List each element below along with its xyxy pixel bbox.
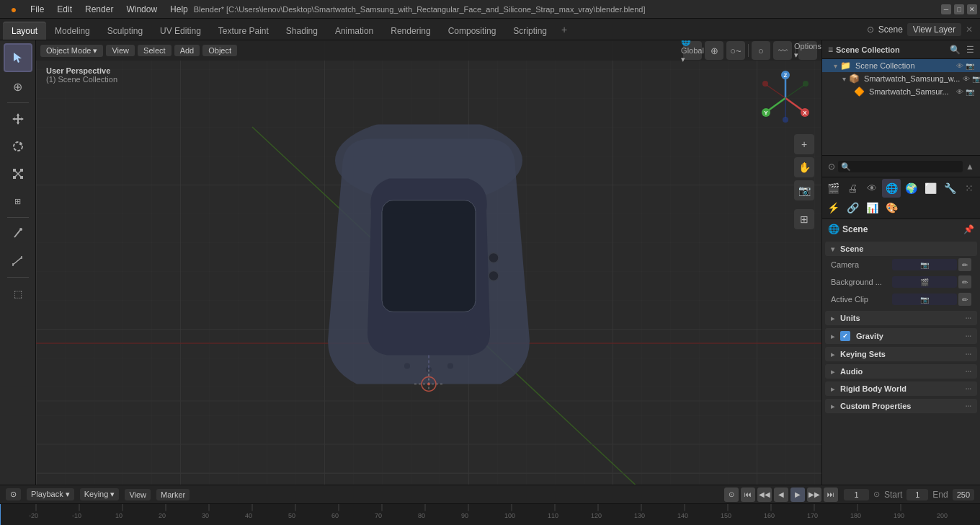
prop-tab-scene[interactable]: 🌐 xyxy=(882,179,901,198)
select-tool[interactable] xyxy=(4,43,32,72)
tab-sculpting[interactable]: Sculpting xyxy=(99,22,151,40)
camera-field[interactable]: 📷 xyxy=(892,259,957,270)
mesh-visibility-icon[interactable]: 👁 xyxy=(956,88,963,96)
viewport-overlay[interactable]: 〰 xyxy=(773,41,792,60)
object-mode-selector[interactable]: Object Mode ▾ xyxy=(40,45,103,57)
background-field[interactable]: 🎬 xyxy=(892,276,957,288)
camera-edit-btn[interactable]: ✏ xyxy=(958,258,971,271)
menu-render[interactable]: Render xyxy=(79,3,119,16)
zoom-in-button[interactable]: + xyxy=(794,134,814,154)
prop-tab-modifier[interactable]: 🔧 xyxy=(940,179,959,198)
tab-rendering[interactable]: Rendering xyxy=(382,22,439,40)
next-keyframe-button[interactable]: ⏭ xyxy=(824,488,838,502)
proportional-edit[interactable]: ○~ xyxy=(726,41,745,60)
viewport-3d[interactable]: Object Mode ▾ View Select Add Object 🌐 G… xyxy=(36,40,821,485)
close-button[interactable]: ✕ xyxy=(967,4,977,14)
active-clip-field[interactable]: 📷 xyxy=(892,294,957,305)
view-layer-label[interactable]: View Layer xyxy=(907,23,961,36)
prev-keyframe-button[interactable]: ⏮ xyxy=(741,488,755,502)
menu-edit[interactable]: Edit xyxy=(51,3,78,16)
rigid-body-world-header[interactable]: ▸ Rigid Body World ··· xyxy=(825,381,977,396)
audio-section-header[interactable]: ▸ Audio ··· xyxy=(825,364,977,379)
tab-modeling[interactable]: Modeling xyxy=(46,22,99,40)
outliner-item-smartwatch-mesh[interactable]: 🔶 Smartwatch_Samsur... 👁 📷 xyxy=(822,85,980,98)
viewport-shading-solid[interactable]: ○ xyxy=(752,41,770,60)
prop-tab-material[interactable]: 🎨 xyxy=(882,198,901,217)
transform-tool[interactable]: ⊞ xyxy=(5,188,31,214)
playback-menu[interactable]: Playback ▾ xyxy=(27,488,74,500)
tab-texture-paint[interactable]: Texture Paint xyxy=(210,22,277,40)
menu-window[interactable]: Window xyxy=(120,3,163,16)
rigid-body-options[interactable]: ··· xyxy=(966,385,971,393)
prop-tab-physics[interactable]: ⚡ xyxy=(824,198,842,217)
tab-animation[interactable]: Animation xyxy=(326,22,382,40)
play-back-button[interactable]: ◀ xyxy=(774,488,788,502)
prop-tab-world[interactable]: 🌍 xyxy=(901,179,920,198)
tab-scripting[interactable]: Scripting xyxy=(504,22,556,40)
maximize-button[interactable]: □ xyxy=(954,4,964,14)
clip-edit-btn[interactable]: ✏ xyxy=(958,293,971,306)
viewport-shading-global[interactable]: 🌐 Global ▾ xyxy=(683,41,702,60)
snap-button[interactable]: ⊕ xyxy=(705,41,723,60)
keying-sets-header[interactable]: ▸ Keying Sets ··· xyxy=(825,347,977,361)
keying-menu[interactable]: Keying ▾ xyxy=(80,488,120,500)
properties-search-input[interactable] xyxy=(838,161,963,172)
outliner-collection-root[interactable]: ▾ 📁 Scene Collection 👁 📷 xyxy=(822,59,980,72)
pin-icon-button[interactable]: 📌 xyxy=(963,224,974,234)
options-button[interactable]: Options ▾ xyxy=(798,41,817,60)
rotate-tool[interactable] xyxy=(5,133,31,159)
item-render-icon[interactable]: 📷 xyxy=(972,75,980,83)
camera-view-button[interactable]: 📷 xyxy=(794,180,814,200)
tab-uv-editing[interactable]: UV Editing xyxy=(151,22,210,40)
tab-shading[interactable]: Shading xyxy=(277,22,326,40)
step-back-button[interactable]: ◀◀ xyxy=(757,488,772,502)
step-forward-button[interactable]: ▶▶ xyxy=(807,488,821,502)
gravity-checkbox[interactable]: ✓ xyxy=(840,331,850,341)
timeline-view-menu[interactable]: View xyxy=(125,489,151,500)
item-visibility-icon[interactable]: 👁 xyxy=(963,75,970,83)
scale-tool[interactable] xyxy=(5,161,31,187)
measure-tool[interactable] xyxy=(5,248,31,274)
play-forward-button[interactable]: ▶ xyxy=(790,488,805,502)
prop-tab-particles[interactable]: ⁙ xyxy=(960,179,979,198)
units-options[interactable]: ··· xyxy=(966,314,971,322)
prop-tab-data[interactable]: 📊 xyxy=(863,198,881,217)
render-region-button[interactable]: ⊞ xyxy=(794,209,814,229)
viewport-select-menu[interactable]: Select xyxy=(138,45,172,56)
prop-tab-constraints[interactable]: 🔗 xyxy=(843,198,862,217)
pan-button[interactable]: ✋ xyxy=(794,157,814,177)
timeline-type-selector[interactable]: ⊙ xyxy=(6,488,21,500)
current-frame-input[interactable]: 1 xyxy=(844,489,869,500)
end-frame-input[interactable]: 250 xyxy=(953,489,974,500)
viewport-add-menu[interactable]: Add xyxy=(174,45,200,56)
gravity-section-header[interactable]: ▸ ✓ Gravity ··· xyxy=(825,328,977,344)
menu-file[interactable]: File xyxy=(24,3,50,16)
units-section-header[interactable]: ▸ Units ··· xyxy=(825,311,977,325)
prop-tab-render[interactable]: 🎬 xyxy=(824,179,842,198)
keying-sets-options[interactable]: ··· xyxy=(966,350,971,358)
custom-prop-options[interactable]: ··· xyxy=(966,402,971,410)
properties-pin-button[interactable]: ▲ xyxy=(966,162,974,172)
viewport-gizmo[interactable]: Z X Y xyxy=(757,69,814,127)
custom-properties-header[interactable]: ▸ Custom Properties ··· xyxy=(825,399,977,413)
outliner-search-icon[interactable]: 🔍 xyxy=(950,45,961,55)
mesh-render-icon[interactable]: 📷 xyxy=(966,88,974,96)
add-cube-tool[interactable]: ⬚ xyxy=(5,281,31,306)
viewport-view-menu[interactable]: View xyxy=(106,45,135,56)
prop-tab-object[interactable]: ⬜ xyxy=(921,179,940,198)
jump-start-button[interactable]: ⊙ xyxy=(724,488,739,502)
prop-tab-view[interactable]: 👁 xyxy=(863,179,881,198)
annotate-tool[interactable] xyxy=(5,221,31,247)
viewport-object-menu[interactable]: Object xyxy=(202,45,237,56)
minimize-button[interactable]: ─ xyxy=(941,4,951,14)
visibility-icon[interactable]: 👁 xyxy=(956,62,963,70)
scene-section-header[interactable]: ▾ Scene xyxy=(825,242,977,256)
audio-options[interactable]: ··· xyxy=(966,368,971,376)
outliner-item-smartwatch[interactable]: ▾ 📦 Smartwatch_Samsung_w... 👁 📷 xyxy=(822,72,980,85)
render-icon[interactable]: 📷 xyxy=(966,62,974,70)
cursor-tool[interactable]: ⊕ xyxy=(5,74,31,100)
gravity-options[interactable]: ··· xyxy=(966,332,971,340)
menu-help[interactable]: Help xyxy=(164,3,194,16)
tab-layout[interactable]: Layout xyxy=(3,22,46,40)
scene-name-label[interactable]: Scene xyxy=(878,25,903,35)
